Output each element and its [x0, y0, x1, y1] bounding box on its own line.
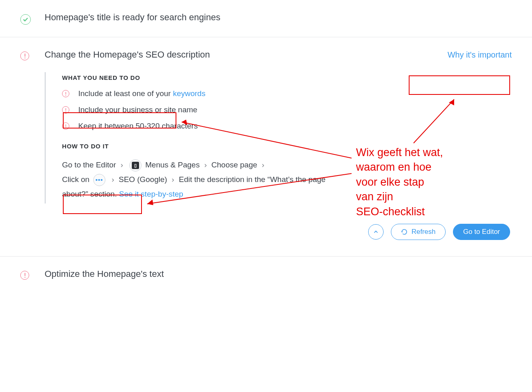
- pages-icon: ▯: [129, 159, 142, 171]
- status-icon-success: [20, 12, 45, 25]
- svg-point-3: [65, 95, 66, 96]
- row-title: Optimize the Homepage's text: [45, 269, 164, 279]
- need-text: Include at least one of your: [78, 89, 173, 98]
- how-choose-page: Choose page: [211, 161, 257, 169]
- how-click-on: Click on: [62, 175, 90, 184]
- alert-circle-icon: [62, 106, 69, 114]
- how-go-editor: Go to the Editor: [62, 161, 116, 169]
- chevron-right-icon: ›: [172, 175, 174, 184]
- why-important-link[interactable]: Why it's important: [448, 50, 512, 60]
- svg-rect-2: [65, 92, 66, 94]
- status-icon-alert: [20, 269, 45, 280]
- checklist-row-change-description: Change the Homepage's SEO description Wh…: [0, 37, 532, 256]
- checklist-row-title-ready: Homepage's title is ready for search eng…: [0, 0, 532, 37]
- alert-circle-icon: [62, 90, 69, 97]
- alert-circle-icon: [20, 51, 29, 60]
- alert-circle-icon: [62, 122, 69, 130]
- go-to-editor-button[interactable]: Go to Editor: [453, 224, 510, 240]
- need-list: Include at least one of your keywords In…: [62, 89, 345, 131]
- chevron-right-icon: ›: [112, 175, 114, 184]
- chevron-up-icon: [373, 229, 378, 234]
- refresh-label: Refresh: [412, 228, 436, 236]
- chevron-right-icon: ›: [204, 161, 207, 169]
- more-dots-icon: •••: [93, 174, 105, 186]
- svg-point-5: [65, 111, 66, 112]
- collapse-button[interactable]: [368, 224, 384, 240]
- how-to-text: Go to the Editor › ▯ Menus & Pages › Cho…: [62, 158, 345, 201]
- need-text: Include your business or site name: [78, 105, 197, 114]
- row-title: Change the Homepage's SEO description: [45, 49, 210, 60]
- need-item: Include at least one of your keywords: [62, 89, 345, 98]
- alert-circle-icon: [20, 271, 29, 280]
- refresh-button[interactable]: Refresh: [391, 224, 446, 240]
- row-title: Homepage's title is ready for search eng…: [45, 12, 220, 23]
- need-text: Keep it between 50-320 characters: [78, 122, 198, 131]
- need-item: Keep it between 50-320 characters: [62, 122, 345, 131]
- see-step-by-step-link[interactable]: See it step-by-step: [119, 190, 183, 198]
- chevron-right-icon: ›: [120, 161, 123, 169]
- svg-rect-9: [24, 273, 25, 276]
- section-what-you-need: WHAT YOU NEED TO DO: [62, 74, 345, 81]
- actions-bar: Refresh Go to Editor: [45, 224, 510, 240]
- detail-panel: WHAT YOU NEED TO DO Include at least one…: [45, 72, 345, 203]
- svg-point-7: [65, 127, 66, 128]
- checklist-row-optimize-text: Optimize the Homepage's text: [0, 257, 532, 292]
- svg-point-1: [24, 58, 25, 58]
- svg-rect-4: [65, 108, 66, 110]
- need-item: Include your business or site name: [62, 105, 345, 114]
- go-to-editor-label: Go to Editor: [463, 228, 500, 236]
- svg-rect-6: [65, 124, 66, 126]
- how-menus-pages: Menus & Pages: [145, 161, 200, 169]
- chevron-right-icon: ›: [262, 161, 264, 169]
- how-seo-google: SEO (Google): [119, 175, 167, 184]
- svg-point-10: [24, 277, 25, 278]
- keywords-link[interactable]: keywords: [173, 89, 205, 98]
- section-how-to-do-it: HOW TO DO IT: [62, 143, 345, 150]
- refresh-icon: [401, 229, 408, 235]
- status-icon-alert: [20, 49, 45, 60]
- check-circle-icon: [20, 14, 31, 25]
- svg-rect-0: [24, 54, 25, 57]
